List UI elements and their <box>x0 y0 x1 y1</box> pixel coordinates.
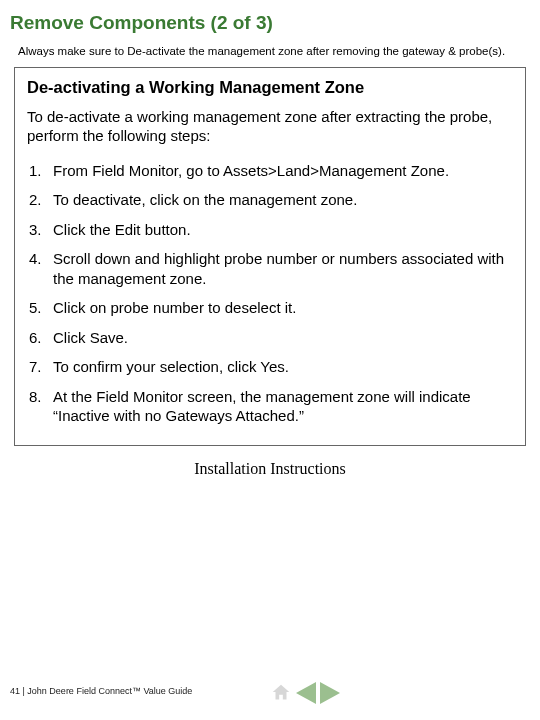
step-item: To deactivate, click on the management z… <box>27 185 513 215</box>
step-item: Click on probe number to deselect it. <box>27 293 513 323</box>
box-lead: To de-activate a working management zone… <box>27 107 513 146</box>
step-item: Scroll down and highlight probe number o… <box>27 244 513 293</box>
section-label: Installation Instructions <box>10 446 530 492</box>
instruction-box: De-activating a Working Management Zone … <box>14 67 526 446</box>
nav-controls <box>270 682 340 704</box>
next-arrow-icon[interactable] <box>320 682 340 704</box>
step-item: Click Save. <box>27 323 513 353</box>
step-item: To confirm your selection, click Yes. <box>27 352 513 382</box>
prev-arrow-icon[interactable] <box>296 682 316 704</box>
step-item: Click the Edit button. <box>27 215 513 245</box>
intro-text: Always make sure to De-activate the mana… <box>10 44 530 67</box>
home-icon[interactable] <box>270 682 292 704</box>
step-item: At the Field Monitor screen, the managem… <box>27 382 513 431</box>
steps-list: From Field Monitor, go to Assets>Land>Ma… <box>27 156 513 431</box>
step-item: From Field Monitor, go to Assets>Land>Ma… <box>27 156 513 186</box>
footer-text: 41 | John Deere Field Connect™ Value Gui… <box>10 686 192 696</box>
box-heading: De-activating a Working Management Zone <box>27 78 513 97</box>
page-title: Remove Components (2 of 3) <box>10 10 530 44</box>
